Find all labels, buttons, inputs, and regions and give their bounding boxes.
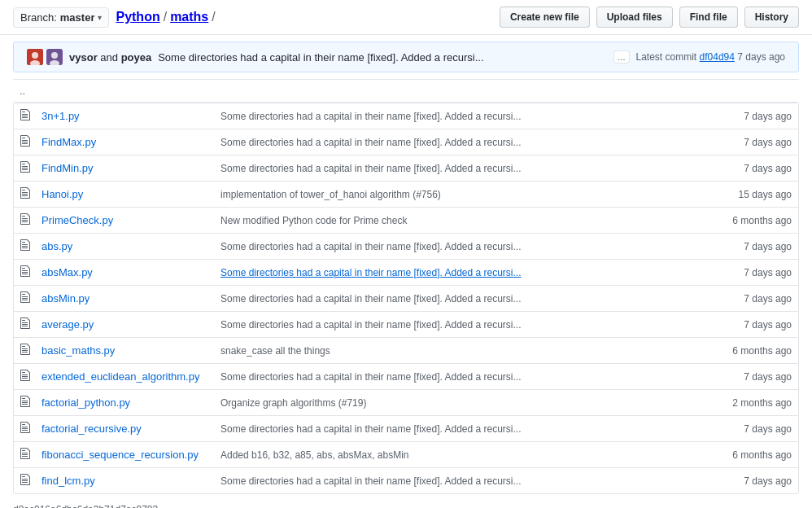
table-row: PrimeCheck.pyNew modified Python code fo… (14, 208, 798, 234)
file-name-link[interactable]: FindMin.py (41, 162, 94, 174)
commit-meta: Latest commit df04d94 7 days ago (636, 51, 786, 63)
branch-selector[interactable]: Branch: master ▾ (13, 7, 109, 28)
svg-point-4 (51, 52, 58, 59)
file-name-link[interactable]: Hanoi.py (41, 188, 83, 200)
upload-files-button[interactable]: Upload files (596, 7, 673, 28)
file-name-cell: absMax.py (35, 260, 214, 286)
file-table: .. (13, 79, 799, 102)
top-bar: Branch: master ▾ Python / maths / Create… (0, 0, 812, 35)
file-icon (20, 421, 32, 434)
file-name-link[interactable]: abs.py (41, 240, 72, 252)
breadcrumb-sep-1: / (164, 10, 167, 24)
file-name-cell: extended_euclidean_algorithm.py (35, 364, 214, 390)
file-icon (20, 108, 32, 121)
commit-message: Some directories had a capital in their … (158, 51, 607, 64)
commit-hash[interactable]: df04d94 (700, 51, 735, 63)
file-name-cell: basic_maths.py (35, 338, 214, 364)
file-icon-cell (14, 286, 35, 312)
find-file-button[interactable]: Find file (679, 7, 738, 28)
file-name-link[interactable]: 3n+1.py (41, 110, 80, 122)
file-icon-cell (14, 234, 35, 260)
file-name-link[interactable]: absMin.py (41, 292, 89, 304)
file-time-cell: 7 days ago (689, 155, 798, 182)
file-icon (20, 212, 32, 226)
file-name-link[interactable]: PrimeCheck.py (41, 214, 113, 226)
file-name-cell: find_lcm.py (35, 468, 214, 494)
parent-dir-label: .. (20, 85, 25, 97)
svg-point-1 (32, 52, 38, 59)
file-icon-cell (14, 182, 35, 208)
file-time-cell: 7 days ago (689, 103, 798, 129)
breadcrumb-maths[interactable]: maths (170, 10, 208, 24)
commit-bar: vysor and poyea Some directories had a c… (13, 42, 799, 72)
file-icon-cell (14, 312, 35, 338)
file-commit-cell: New modified Python code for Prime check (214, 208, 689, 234)
table-row: absMin.pySome directories had a capital … (14, 286, 798, 312)
file-icon-cell (14, 468, 35, 494)
file-icon (20, 239, 32, 252)
file-icon-cell (14, 364, 35, 390)
files-table: 3n+1.pySome directories had a capital in… (14, 103, 798, 493)
create-new-button[interactable]: Create new file (500, 7, 590, 28)
file-commit-cell: Some directories had a capital in their … (214, 468, 689, 494)
table-row: average.pySome directories had a capital… (14, 312, 798, 338)
file-icon-cell (14, 442, 35, 468)
file-time-cell: 7 days ago (689, 468, 798, 494)
file-commit-cell: Some directories had a capital in their … (214, 364, 689, 390)
chevron-down-icon: ▾ (98, 13, 102, 22)
file-name-link[interactable]: absMax.py (41, 266, 93, 278)
file-icon-cell (14, 103, 35, 129)
branch-label: Branch: (20, 11, 57, 24)
table-row: basic_maths.pysnake_case all the things6… (14, 338, 798, 364)
table-row: abs.pySome directories had a capital in … (14, 234, 798, 260)
file-name-cell: FindMin.py (35, 155, 214, 182)
file-time-cell: 7 days ago (689, 286, 798, 312)
file-commit-cell: Some directories had a capital in their … (214, 129, 689, 155)
file-commit-cell: Added b16, b32, a85, abs, absMax, absMin (214, 442, 689, 468)
file-time-cell: 15 days ago (689, 182, 798, 208)
file-name-link[interactable]: extended_euclidean_algorithm.py (41, 370, 199, 383)
file-name-cell: fibonacci_sequence_recursion.py (35, 442, 214, 468)
file-name-link[interactable]: basic_maths.py (41, 344, 115, 357)
file-icon (20, 160, 32, 173)
avatar-poyea (46, 49, 63, 65)
commit-time: 7 days ago (737, 51, 785, 63)
file-commit-cell[interactable]: Some directories had a capital in their … (214, 260, 689, 286)
file-name-cell: factorial_recursive.py (35, 416, 214, 442)
file-commit-cell: Some directories had a capital in their … (214, 416, 689, 442)
author-avatars (27, 49, 63, 65)
ellipsis-button[interactable]: ... (613, 50, 629, 64)
file-icon (20, 317, 32, 330)
file-icon-cell (14, 208, 35, 234)
file-commit-cell: Organize graph algorithms (#719) (214, 390, 689, 416)
file-time-cell: 7 days ago (689, 416, 798, 442)
file-name-link[interactable]: factorial_python.py (41, 396, 130, 409)
footer-hash: d0ac916a6dbc6da2b71d7ac9783 (13, 504, 158, 508)
table-row: Hanoi.pyimplementation of tower_of_hanoi… (14, 182, 798, 208)
file-name-link[interactable]: FindMax.py (41, 136, 96, 148)
file-icon (20, 134, 32, 147)
breadcrumb-python[interactable]: Python (116, 10, 159, 24)
file-commit-cell: implementation of tower_of_hanoi algorit… (214, 182, 689, 208)
file-time-cell: 6 months ago (689, 208, 798, 234)
file-time-cell: 7 days ago (689, 312, 798, 338)
file-name-cell: absMin.py (35, 286, 214, 312)
file-name-link[interactable]: factorial_recursive.py (41, 423, 142, 435)
history-button[interactable]: History (744, 7, 799, 28)
file-name-link[interactable]: fibonacci_sequence_recursion.py (41, 449, 199, 461)
file-name-cell: FindMax.py (35, 129, 214, 155)
file-time-cell: 7 days ago (689, 234, 798, 260)
file-time-cell: 6 months ago (689, 442, 798, 468)
file-name-link[interactable]: find_lcm.py (41, 475, 95, 487)
file-name-link[interactable]: average.py (41, 318, 94, 331)
file-time-cell: 7 days ago (689, 260, 798, 286)
table-row: FindMin.pySome directories had a capital… (14, 155, 798, 182)
file-name-cell: Hanoi.py (35, 182, 214, 208)
file-icon-cell (14, 390, 35, 416)
file-icon (20, 395, 32, 408)
table-row: factorial_recursive.pySome directories h… (14, 416, 798, 442)
table-row: fibonacci_sequence_recursion.pyAdded b16… (14, 442, 798, 468)
file-name-cell: factorial_python.py (35, 390, 214, 416)
file-icon-cell (14, 155, 35, 182)
file-name-cell: abs.py (35, 234, 214, 260)
